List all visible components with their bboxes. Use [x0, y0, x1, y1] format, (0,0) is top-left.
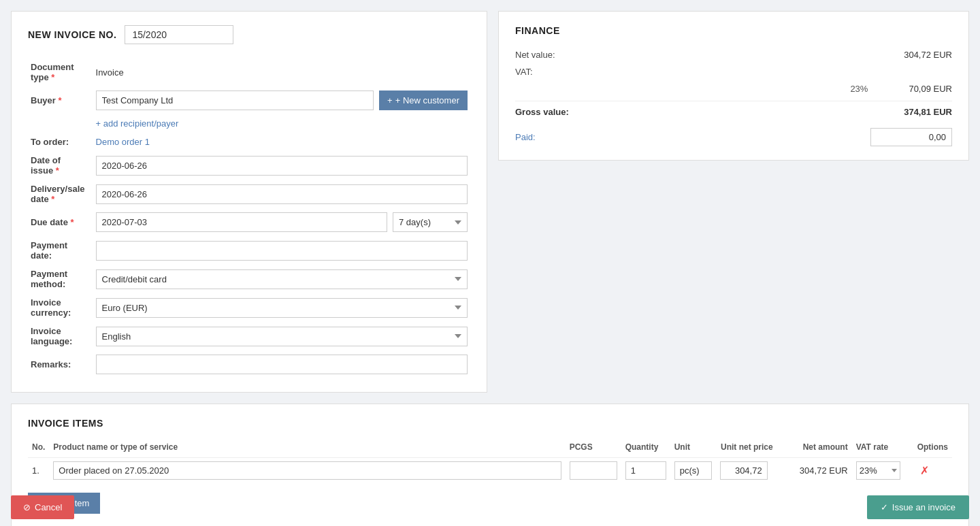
payment-method-label: Payment method:: [31, 269, 67, 289]
net-value-label: Net value:: [515, 50, 555, 60]
net-amount-value: 304,72 EUR: [800, 465, 848, 476]
paid-link[interactable]: Paid:: [515, 132, 536, 142]
th-options: Options: [913, 440, 952, 458]
due-date-label: Due date: [31, 217, 74, 227]
date-of-issue-input[interactable]: [96, 156, 468, 176]
row-no: 1.: [28, 458, 49, 484]
due-date-input[interactable]: [96, 212, 387, 232]
order-link[interactable]: Demo order 1: [96, 137, 150, 147]
document-type-label: Document type: [31, 62, 74, 82]
th-quantity: Quantity: [621, 440, 670, 458]
vat-detail-row: 23% 70,09 EUR: [515, 84, 952, 94]
invoice-header-title: NEW INVOICE NO.: [28, 29, 116, 40]
delivery-sale-label: Delivery/sale date: [31, 184, 85, 204]
vat-pct: 23%: [850, 84, 868, 94]
row-net-amount: 304,72 EUR: [777, 458, 852, 484]
th-net-amount: Net amount: [777, 440, 852, 458]
gross-value-label: Gross value:: [515, 107, 569, 117]
plus-icon: +: [387, 95, 393, 105]
quantity-input[interactable]: [625, 461, 666, 480]
finance-title: FINANCE: [515, 25, 952, 36]
new-customer-label: + New customer: [395, 95, 459, 105]
buyer-row: + + New customer: [96, 91, 468, 110]
date-of-issue-label: Date of issue: [31, 155, 61, 176]
cancel-label: Cancel: [35, 502, 62, 512]
form-table: Document type Invoice Buyer +: [28, 58, 470, 378]
buyer-input[interactable]: [96, 91, 374, 110]
issue-invoice-label: Issue an invoice: [892, 502, 956, 512]
row-product: [49, 458, 565, 484]
row-unit: [670, 458, 716, 484]
invoice-language-label: Invoice language:: [31, 326, 72, 346]
row-vat-rate: 23% 8% 5% 0%: [852, 458, 913, 484]
vat-section: VAT: 23% 70,09 EUR: [515, 67, 952, 94]
remarks-input[interactable]: [96, 355, 468, 374]
unit-price-input[interactable]: [720, 461, 768, 480]
document-type-value: Invoice: [96, 67, 124, 78]
bottom-bar: ⊘ Cancel ✓ Issue an invoice: [0, 489, 980, 526]
row-pcgs: [566, 458, 621, 484]
cancel-icon: ⊘: [23, 502, 31, 512]
gross-value: 374,81 EUR: [904, 107, 952, 117]
th-pcgs: PCGS: [566, 440, 621, 458]
items-table: No. Product name or type of service PCGS…: [28, 440, 952, 483]
payment-date-label: Payment date:: [31, 240, 67, 261]
invoice-number-input[interactable]: [125, 25, 233, 44]
invoice-currency-label: Invoice currency:: [31, 297, 71, 318]
vat-value: 70,09 EUR: [909, 84, 952, 94]
due-days-select[interactable]: 7 day(s) 14 day(s) 30 day(s): [393, 212, 468, 232]
row-unit-net-price: [716, 458, 777, 484]
vat-label: VAT:: [515, 67, 533, 77]
net-value-row: Net value: 304,72 EUR: [515, 50, 952, 60]
table-row: 1.: [28, 458, 952, 484]
payment-method-select[interactable]: Credit/debit card Bank transfer Cash: [96, 269, 468, 289]
cancel-button[interactable]: ⊘ Cancel: [11, 495, 74, 519]
delete-icon: ✗: [920, 464, 929, 477]
th-vat-rate: VAT rate: [852, 440, 913, 458]
row-options: ✗: [913, 458, 952, 484]
right-panel: FINANCE Net value: 304,72 EUR VAT: 23% 7…: [498, 11, 969, 161]
remarks-label: Remarks:: [31, 359, 71, 369]
delivery-sale-input[interactable]: [96, 184, 468, 204]
vat-rate-select[interactable]: 23% 8% 5% 0%: [856, 461, 900, 480]
product-input[interactable]: [53, 461, 561, 480]
add-recipient-link[interactable]: + add recipient/payer: [96, 118, 179, 129]
th-unit: Unit: [670, 440, 716, 458]
gross-value-row: Gross value: 374,81 EUR: [515, 101, 952, 117]
issue-invoice-button[interactable]: ✓ Issue an invoice: [867, 495, 969, 519]
to-order-label: To order:: [31, 137, 69, 147]
due-date-row: 7 day(s) 14 day(s) 30 day(s): [96, 212, 468, 232]
net-value: 304,72 EUR: [904, 50, 952, 60]
invoice-currency-select[interactable]: Euro (EUR) USD PLN: [96, 298, 468, 318]
paid-input[interactable]: [870, 128, 952, 146]
pcgs-input[interactable]: [570, 461, 617, 480]
check-icon: ✓: [881, 502, 888, 512]
unit-input[interactable]: [674, 461, 712, 480]
vat-label-row: VAT:: [515, 67, 952, 77]
invoice-language-select[interactable]: English German French: [96, 327, 468, 346]
paid-row: Paid:: [515, 128, 952, 146]
delete-row-button[interactable]: ✗: [917, 464, 932, 477]
new-customer-button[interactable]: + + New customer: [379, 91, 468, 110]
left-panel: NEW INVOICE NO. Document type Invoice Bu…: [11, 11, 487, 393]
buyer-label: Buyer: [31, 95, 62, 105]
th-no: No.: [28, 440, 49, 458]
th-unit-net-price: Unit net price: [716, 440, 777, 458]
payment-date-input[interactable]: [96, 241, 468, 261]
items-title: INVOICE ITEMS: [28, 418, 952, 429]
th-product: Product name or type of service: [49, 440, 565, 458]
row-quantity: [621, 458, 670, 484]
